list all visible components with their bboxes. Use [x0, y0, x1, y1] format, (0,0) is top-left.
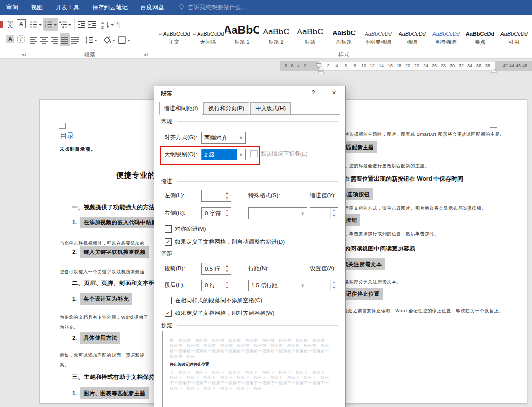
dialog-help-button[interactable]: ? — [303, 86, 323, 99]
list-number: 1. — [72, 390, 77, 396]
spin-up-icon[interactable]: ▲ — [223, 208, 231, 213]
style-sample: AaBbCcDd — [361, 21, 395, 37]
spin-up-icon[interactable]: ▲ — [223, 263, 231, 269]
indent-right-spinner[interactable]: 0 字符▲▼ — [201, 207, 231, 219]
align-center-icon[interactable] — [39, 33, 49, 46]
style-name: 引用 — [497, 39, 531, 46]
checkbox-box[interactable]: ✓ — [165, 310, 172, 317]
align-left-icon[interactable] — [29, 33, 39, 46]
spin-down-icon[interactable]: ▼ — [223, 269, 231, 274]
ruler-number: 10 — [361, 63, 366, 68]
outline-level-label: 大纲级别(O): — [165, 151, 197, 158]
horizontal-ruler: 8642246810121416182022242628303234363842… — [280, 61, 532, 71]
style-card-标题[interactable]: AaBbC标题 — [293, 19, 327, 49]
numbering-icon[interactable]: 123 — [43, 18, 58, 31]
outline-level-dropdown[interactable]: 2 级∨ — [201, 149, 246, 160]
borders-icon[interactable] — [117, 33, 132, 46]
ruler-number: 28 — [441, 63, 446, 68]
alignment-dropdown[interactable]: 两端对齐∨ — [201, 132, 246, 144]
style-card-无间隔[interactable]: ↵AaBbCcDd无间隔 — [191, 19, 225, 49]
right-indent-marker[interactable] — [491, 66, 497, 75]
list-number: 2. — [72, 249, 77, 255]
line-spacing-dropdown[interactable]: 1.5 倍行距∨ — [248, 280, 307, 291]
mirror-indents-checkbox[interactable]: 对称缩进(M) — [165, 225, 206, 233]
section-divider — [177, 181, 338, 182]
icon-separator — [74, 18, 75, 31]
style-card-明显强调[interactable]: AaBbCcDd明显强调 — [429, 19, 463, 49]
group-separator — [27, 17, 27, 55]
spin-down-icon[interactable]: ▼ — [223, 285, 231, 291]
spin-up-icon[interactable]: ▲ — [223, 190, 231, 196]
style-sample: AaBbC — [293, 21, 327, 37]
indent-left-spinner[interactable]: ▲▼ — [201, 190, 231, 202]
menu-tab-保存到云笔记[interactable]: 保存到云笔记 — [86, 0, 134, 15]
dialog-close-button[interactable]: × — [323, 86, 345, 99]
style-card-标题 1[interactable]: AaBbC标题 1 — [225, 19, 259, 49]
style-card-不明显强调[interactable]: AaBbCcDd不明显强调 — [361, 19, 395, 49]
phonetic-guide-icon[interactable]: wén文 — [6, 19, 15, 28]
doc-line-h: 一、视频提供了功能强大的方法 — [72, 203, 155, 212]
checkbox-box[interactable] — [165, 297, 172, 304]
paragraph-dialog-launcher-icon[interactable] — [142, 50, 149, 56]
distribute-icon[interactable] — [70, 33, 80, 46]
style-card-引用[interactable]: AaBbCcDd引用 — [497, 19, 531, 49]
style-name: 明显强调 — [429, 39, 463, 46]
style-name: 无间隔 — [191, 39, 225, 46]
spin-up-icon[interactable]: ▲ — [331, 208, 338, 213]
decrease-indent-icon[interactable] — [76, 18, 87, 31]
dialog-tab-中文版式(H)[interactable]: 中文版式(H) — [250, 102, 291, 114]
spin-down-icon[interactable]: ▼ — [223, 196, 231, 201]
menu-tab-审阅[interactable]: 审阅 — [0, 0, 25, 15]
character-border-icon[interactable]: A — [17, 19, 26, 28]
document-text-right-column: 并选择新的主题时，图片、图表或 SmartArt 图形将会更改以匹配新的主题。匹… — [345, 100, 527, 403]
shading-icon[interactable] — [102, 33, 117, 46]
spin-up-icon[interactable]: ▲ — [223, 280, 231, 285]
ruler-number: 32 — [459, 63, 464, 68]
indent-left-label: 左侧(L): — [165, 192, 184, 199]
enclose-characters-icon[interactable]: 字 — [16, 34, 25, 44]
spin-up-icon[interactable]: ▲ — [331, 280, 338, 285]
collapsed-by-default-checkbox[interactable]: 默认情况下折叠(E) — [250, 150, 308, 157]
sort-icon[interactable]: AZ — [100, 18, 115, 31]
special-format-dropdown[interactable]: ∨ — [248, 207, 307, 219]
spin-down-icon[interactable]: ▼ — [331, 213, 338, 219]
spacing-at-spinner[interactable]: ▲▼ — [310, 280, 338, 291]
hanging-indent-marker[interactable] — [318, 66, 324, 77]
ruler-number: 34 — [467, 63, 472, 68]
show-marks-icon[interactable]: ¶ — [115, 18, 121, 31]
style-card-强调[interactable]: AaBbCcDd强调 — [395, 19, 429, 49]
ruler-number: 4 — [335, 63, 338, 68]
bullets-icon[interactable] — [29, 18, 43, 31]
no-space-same-style-checkbox[interactable]: 在相同样式的段落间不添加空格(C) — [165, 297, 262, 304]
menu-tab-百度网盘[interactable]: 百度网盘 — [134, 0, 170, 15]
line-spacing-icon[interactable] — [84, 33, 99, 46]
ruler-number: 44 — [509, 63, 514, 68]
auto-adjust-right-indent-checkbox[interactable]: ✓ 如果定义了文档网格，则自动调整右缩进(D) — [165, 238, 285, 246]
style-sample: ↵AaBbCcDd — [157, 21, 191, 37]
style-card-标题 2[interactable]: AaBbC标题 2 — [259, 19, 293, 49]
multilevel-list-icon[interactable] — [58, 18, 73, 31]
menu-tab-视图[interactable]: 视图 — [25, 0, 49, 15]
space-after-spinner[interactable]: 0 行▲▼ — [201, 280, 231, 291]
checkbox-box[interactable]: ✓ — [165, 238, 172, 246]
space-before-spinner[interactable]: 0.5 行▲▼ — [201, 263, 231, 275]
increase-indent-icon[interactable] — [87, 18, 97, 31]
spin-down-icon[interactable]: ▼ — [331, 285, 338, 291]
style-card-正文[interactable]: ↵AaBbCcDd正文 — [157, 19, 191, 49]
dialog-tab-换行和分页(P)[interactable]: 换行和分页(P) — [203, 102, 249, 114]
menu-tab-开发工具[interactable]: 开发工具 — [49, 0, 86, 15]
character-shading-icon[interactable]: A — [6, 35, 14, 43]
snap-to-grid-checkbox[interactable]: ✓ 如果定义了文档网格，则对齐到网格(W) — [165, 310, 275, 317]
indent-by-spinner[interactable]: ▲▼ — [310, 207, 338, 219]
justify-icon[interactable] — [60, 33, 70, 46]
tell-me-box[interactable]: 告诉我您想要做什么... — [178, 3, 246, 12]
checkbox-box[interactable] — [165, 225, 172, 233]
font-dialog-launcher-icon[interactable] — [20, 50, 27, 56]
clipped-ribbon-icon[interactable] — [0, 21, 3, 28]
align-right-icon[interactable] — [49, 33, 60, 46]
checkbox-box[interactable] — [250, 150, 258, 157]
dialog-tab-缩进和间距(I)[interactable]: 缩进和间距(I) — [159, 102, 202, 115]
style-card-副标题[interactable]: AaBbC副标题 — [327, 19, 361, 49]
style-card-要点[interactable]: AaBbCcDd要点 — [463, 19, 497, 49]
spin-down-icon[interactable]: ▼ — [223, 213, 231, 219]
